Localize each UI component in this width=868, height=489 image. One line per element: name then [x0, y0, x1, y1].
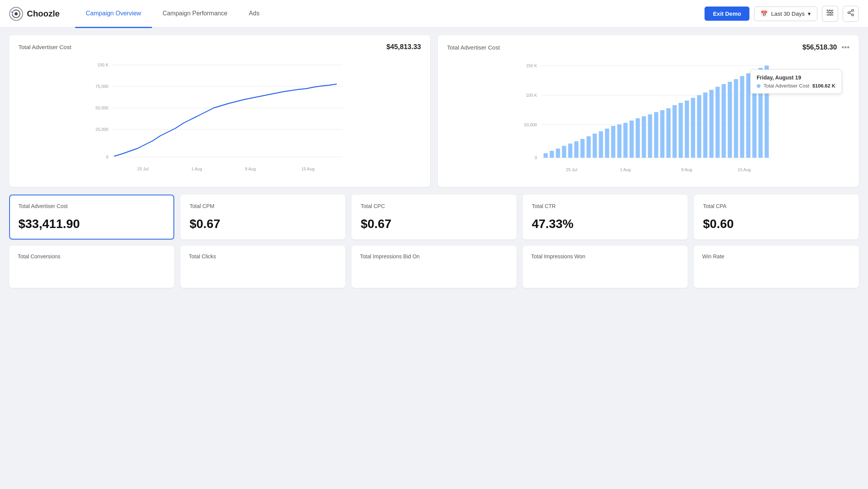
main-content: Total Advertiser Cost $45,813.33 100 K 7… — [0, 28, 868, 296]
svg-rect-57 — [667, 108, 671, 158]
svg-rect-53 — [642, 116, 646, 158]
svg-rect-64 — [710, 90, 714, 158]
metric-value-0: $33,411.90 — [18, 217, 165, 231]
svg-text:8 Aug: 8 Aug — [245, 167, 256, 171]
svg-rect-42 — [574, 141, 579, 158]
bottom-card-win-rate[interactable]: Win Rate — [694, 246, 859, 288]
metric-value-1: $0.67 — [190, 217, 336, 231]
svg-rect-65 — [716, 87, 720, 158]
bottom-label-2: Total Impressions Bid On — [360, 253, 508, 259]
tooltip-label: Total Advertiser Cost — [764, 83, 809, 89]
svg-rect-50 — [624, 123, 628, 158]
svg-rect-70 — [746, 73, 751, 158]
date-filter-button[interactable]: 📅 Last 30 Days ▾ — [754, 7, 817, 21]
bottom-card-total-impressions-won[interactable]: Total Impressions Won — [523, 246, 688, 288]
right-chart-card: Total Advertiser Cost $56,518.30 ••• Fri… — [438, 35, 859, 187]
svg-rect-54 — [648, 114, 652, 158]
svg-rect-49 — [617, 124, 622, 158]
svg-rect-59 — [679, 103, 683, 158]
svg-text:0: 0 — [106, 155, 108, 159]
metric-card-total-advertiser-cost[interactable]: Total Advertiser Cost $33,411.90 — [9, 195, 174, 240]
tab-campaign-overview[interactable]: Campaign Overview — [75, 0, 152, 28]
svg-point-12 — [848, 12, 850, 14]
svg-line-14 — [850, 13, 852, 15]
svg-text:25 Jul: 25 Jul — [566, 167, 577, 172]
svg-rect-62 — [697, 95, 701, 158]
svg-text:25 Jul: 25 Jul — [137, 167, 149, 171]
nav-tabs: Campaign Overview Campaign Performance A… — [75, 0, 271, 28]
svg-rect-40 — [562, 146, 566, 158]
left-chart-svg: 100 K 75,000 50,000 25,000 0 25 Jul 1 Au… — [18, 57, 421, 180]
logo-area: Choozle — [9, 7, 60, 21]
metric-card-total-cpa[interactable]: Total CPA $0.60 — [694, 195, 859, 240]
right-chart-header: Total Advertiser Cost $56,518.30 ••• — [447, 43, 850, 52]
svg-rect-55 — [654, 112, 658, 158]
metric-label-1: Total CPM — [190, 203, 336, 209]
header-right: Exit Demo 📅 Last 30 Days ▾ — [705, 6, 859, 22]
svg-rect-68 — [734, 79, 738, 158]
more-options-icon[interactable]: ••• — [842, 43, 850, 52]
metric-label-4: Total CPA — [703, 203, 850, 209]
metric-card-total-cpc[interactable]: Total CPC $0.67 — [351, 195, 517, 240]
metric-label-0: Total Advertiser Cost — [18, 203, 165, 209]
exit-demo-button[interactable]: Exit Demo — [705, 7, 749, 21]
metric-label-2: Total CPC — [361, 203, 507, 209]
svg-rect-46 — [599, 131, 603, 158]
svg-point-7 — [828, 10, 830, 12]
left-chart-value: $45,813.33 — [386, 43, 421, 51]
svg-rect-45 — [593, 134, 597, 158]
bottom-label-4: Win Rate — [702, 253, 850, 259]
svg-text:100 K: 100 K — [526, 93, 537, 97]
svg-rect-52 — [636, 118, 640, 158]
svg-point-9 — [828, 14, 830, 16]
metrics-row: Total Advertiser Cost $33,411.90 Total C… — [9, 195, 859, 240]
tooltip-date: Friday, August 19 — [757, 74, 835, 81]
filter-icon-button[interactable] — [822, 6, 838, 22]
svg-rect-47 — [605, 129, 609, 158]
left-chart-area: 100 K 75,000 50,000 25,000 0 25 Jul 1 Au… — [18, 57, 421, 180]
metric-card-total-ctr[interactable]: Total CTR 47.33% — [523, 195, 688, 240]
svg-rect-38 — [550, 151, 554, 158]
metric-card-total-cpm[interactable]: Total CPM $0.67 — [180, 195, 345, 240]
share-icon-button[interactable] — [843, 6, 859, 22]
svg-text:15 Aug: 15 Aug — [738, 167, 751, 172]
svg-rect-37 — [544, 153, 548, 158]
bottom-label-3: Total Impressions Won — [531, 253, 679, 259]
tab-ads[interactable]: Ads — [238, 0, 271, 28]
svg-rect-69 — [740, 76, 744, 158]
svg-rect-39 — [556, 149, 560, 158]
charts-row: Total Advertiser Cost $45,813.33 100 K 7… — [9, 35, 859, 187]
bottom-card-total-impressions-bid-on[interactable]: Total Impressions Bid On — [351, 246, 517, 288]
logo-text: Choozle — [27, 9, 60, 19]
chart-tooltip: Friday, August 19 Total Advertiser Cost … — [750, 69, 842, 94]
svg-point-11 — [852, 14, 854, 16]
tooltip-dot — [757, 84, 761, 88]
left-chart-card: Total Advertiser Cost $45,813.33 100 K 7… — [9, 35, 430, 187]
right-chart-area: Friday, August 19 Total Advertiser Cost … — [447, 58, 850, 181]
svg-point-8 — [831, 12, 833, 14]
svg-rect-61 — [691, 98, 695, 158]
svg-rect-41 — [568, 144, 573, 158]
tab-campaign-performance[interactable]: Campaign Performance — [152, 0, 238, 28]
right-chart-title: Total Advertiser Cost — [447, 44, 500, 51]
metric-label-3: Total CTR — [532, 203, 678, 209]
svg-rect-43 — [581, 139, 585, 158]
svg-rect-51 — [630, 121, 634, 158]
svg-rect-48 — [611, 126, 616, 158]
svg-text:100 K: 100 K — [97, 63, 109, 67]
svg-text:50,000: 50,000 — [524, 122, 537, 127]
bottom-row: Total Conversions Total Clicks Total Imp… — [9, 246, 859, 288]
bottom-card-total-conversions[interactable]: Total Conversions — [9, 246, 174, 288]
svg-point-10 — [852, 10, 854, 12]
svg-rect-60 — [685, 101, 689, 158]
svg-text:25,000: 25,000 — [96, 127, 109, 132]
logo-icon — [9, 7, 23, 21]
svg-text:8 Aug: 8 Aug — [681, 167, 692, 172]
svg-rect-58 — [673, 105, 677, 158]
calendar-icon: 📅 — [761, 10, 768, 17]
svg-rect-63 — [703, 93, 708, 158]
bottom-card-total-clicks[interactable]: Total Clicks — [180, 246, 345, 288]
filter-icon — [827, 10, 833, 18]
svg-rect-66 — [722, 84, 726, 158]
svg-point-2 — [15, 12, 18, 15]
